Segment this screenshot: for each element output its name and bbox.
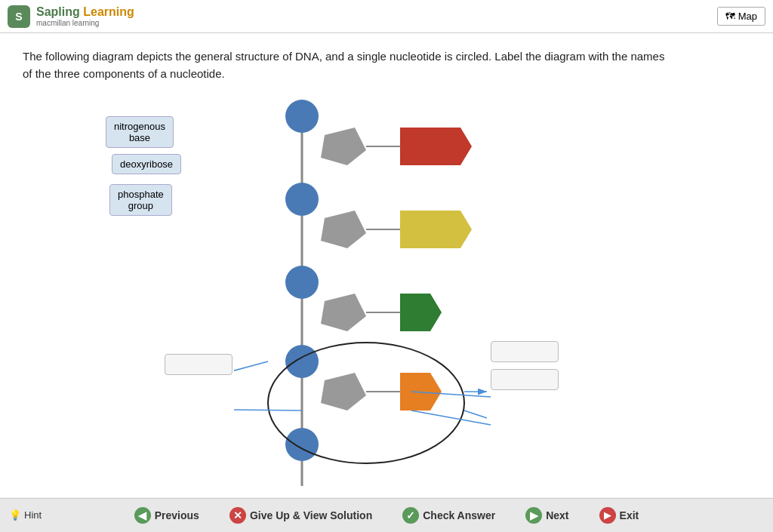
base-green-hex: [400, 294, 442, 331]
bottom-bar: 💡 Hint ◀ Previous ✕ Give Up & View Solut…: [0, 498, 773, 532]
logo-text: Sapling Learning macmillan learning: [36, 5, 134, 28]
phosphate-node-4: [285, 345, 319, 378]
main-content: The following diagram depicts the genera…: [0, 33, 773, 497]
logo-sub: macmillan learning: [36, 19, 134, 28]
previous-icon: ◀: [134, 507, 151, 524]
previous-label: Previous: [155, 509, 199, 521]
phosphate-node-5: [285, 428, 319, 461]
sugar-2: [321, 211, 366, 248]
check-answer-button[interactable]: ✓ Check Answer: [395, 503, 503, 528]
phosphate-node-3: [285, 266, 319, 299]
base-yellow-hex: [430, 211, 472, 248]
sugar-3: [321, 294, 366, 331]
check-answer-label: Check Answer: [423, 509, 495, 521]
give-up-label: Give Up & View Solution: [250, 509, 372, 521]
label-deoxyribose[interactable]: deoxyribose: [112, 154, 181, 174]
sugar-1: [321, 128, 366, 165]
sugar-4: [321, 373, 366, 411]
hint-icon: 💡: [9, 509, 21, 521]
phosphate-node-2: [285, 183, 319, 216]
label-nitrogenous-base[interactable]: nitrogenous base: [106, 116, 174, 148]
dna-diagram: [234, 78, 611, 497]
base-orange-hex: [400, 373, 442, 411]
exit-icon: ▶: [599, 507, 616, 524]
base-red-hex: [430, 128, 472, 165]
previous-button[interactable]: ◀ Previous: [127, 503, 207, 528]
logo-icon: S: [8, 5, 30, 28]
hint-area: 💡 Hint: [0, 498, 51, 532]
exit-button[interactable]: ▶ Exit: [592, 503, 647, 528]
drop-zone-phosphate[interactable]: [165, 354, 233, 375]
top-bar: S Sapling Learning macmillan learning 🗺 …: [0, 0, 773, 33]
question-text: The following diagram depicts the genera…: [23, 48, 672, 82]
map-icon: 🗺: [725, 11, 735, 22]
logo-area: S Sapling Learning macmillan learning: [8, 5, 134, 28]
label-phosphate-group[interactable]: phosphate group: [109, 184, 172, 216]
map-button[interactable]: 🗺 Map: [717, 7, 765, 26]
hint-label: Hint: [24, 509, 42, 521]
next-button[interactable]: ▶ Next: [518, 503, 576, 528]
exit-label: Exit: [620, 509, 639, 521]
logo-sapling: Sapling Learning: [36, 5, 134, 19]
arrow-to-drop-left: [234, 361, 268, 388]
next-label: Next: [546, 509, 568, 521]
drop-zone-sugar[interactable]: [491, 369, 559, 390]
give-up-button[interactable]: ✕ Give Up & View Solution: [222, 503, 380, 528]
drop-zone-base[interactable]: [491, 341, 559, 362]
phosphate-node-1: [285, 100, 319, 133]
check-icon: ✓: [402, 507, 419, 524]
arrow-to-drop-right-2: [464, 411, 487, 418]
next-icon: ▶: [525, 507, 542, 524]
give-up-icon: ✕: [229, 507, 246, 524]
